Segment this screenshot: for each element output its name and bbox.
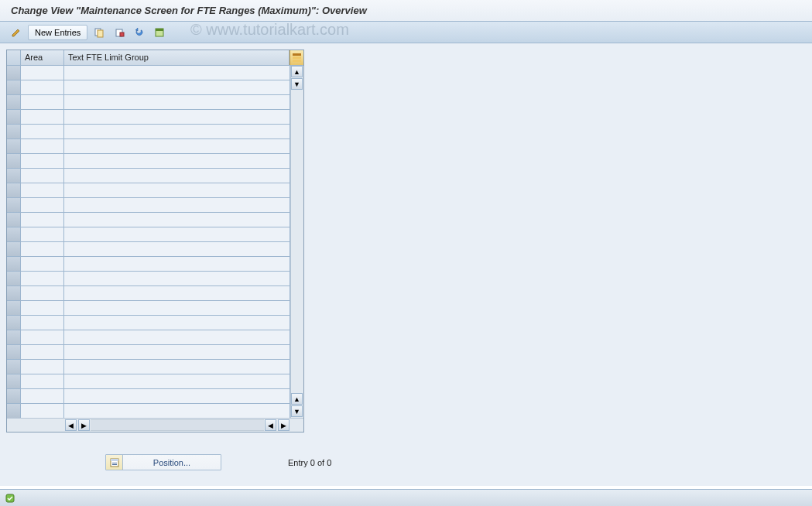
- status-bar: [0, 489, 812, 506]
- undo-icon[interactable]: [131, 25, 148, 40]
- row-selector[interactable]: [7, 110, 21, 124]
- cell-area[interactable]: [21, 198, 64, 212]
- hscroll-track[interactable]: [91, 419, 264, 431]
- cell-area[interactable]: [21, 404, 64, 418]
- row-selector[interactable]: [7, 80, 21, 94]
- horizontal-scrollbar[interactable]: ◀ ▶ ◀ ▶: [7, 418, 303, 432]
- cell-area[interactable]: [21, 272, 64, 285]
- cell-area[interactable]: [21, 360, 64, 374]
- row-selector[interactable]: [7, 316, 21, 330]
- cell-area[interactable]: [21, 389, 64, 403]
- row-selector[interactable]: [7, 374, 21, 388]
- row-selector[interactable]: [7, 139, 21, 153]
- cell-text-fte[interactable]: [64, 404, 290, 418]
- scroll-up-icon[interactable]: ▲: [291, 66, 303, 77]
- cell-area[interactable]: [21, 80, 64, 94]
- cell-area[interactable]: [21, 139, 64, 153]
- scroll-last-icon[interactable]: ▶: [278, 419, 290, 431]
- delete-icon[interactable]: [111, 25, 128, 40]
- edit-icon[interactable]: [8, 25, 25, 40]
- toolbar: New Entries © www.tutorialkart.com: [0, 22, 812, 43]
- vertical-scrollbar[interactable]: ▲ ▼ ▲ ▼: [290, 66, 303, 418]
- scroll-right-icon[interactable]: ◀: [265, 419, 276, 431]
- cell-area[interactable]: [21, 213, 64, 227]
- cell-text-fte[interactable]: [64, 198, 290, 212]
- cell-text-fte[interactable]: [64, 257, 290, 271]
- cell-area[interactable]: [21, 154, 64, 168]
- cell-text-fte[interactable]: [64, 227, 290, 241]
- select-all-rows[interactable]: [7, 50, 21, 65]
- table-row: [7, 374, 290, 389]
- scroll-first-icon[interactable]: ◀: [65, 419, 77, 431]
- table-settings-icon[interactable]: [290, 50, 303, 65]
- row-selector[interactable]: [7, 286, 21, 300]
- scroll-left-icon[interactable]: ▶: [78, 419, 90, 431]
- row-selector[interactable]: [7, 66, 21, 80]
- cell-text-fte[interactable]: [64, 330, 290, 344]
- row-selector[interactable]: [7, 169, 21, 183]
- cell-area[interactable]: [21, 286, 64, 300]
- column-header-area[interactable]: Area: [21, 50, 64, 65]
- row-selector[interactable]: [7, 345, 21, 359]
- cell-text-fte[interactable]: [64, 360, 290, 374]
- cell-text-fte[interactable]: [64, 272, 290, 285]
- cell-area[interactable]: [21, 227, 64, 241]
- cell-text-fte[interactable]: [64, 374, 290, 388]
- cell-area[interactable]: [21, 242, 64, 256]
- cell-text-fte[interactable]: [64, 389, 290, 403]
- row-selector[interactable]: [7, 404, 21, 418]
- cell-text-fte[interactable]: [64, 125, 290, 138]
- cell-text-fte[interactable]: [64, 301, 290, 315]
- row-selector[interactable]: [7, 389, 21, 403]
- cell-area[interactable]: [21, 125, 64, 138]
- new-entries-button[interactable]: New Entries: [28, 25, 87, 40]
- cell-text-fte[interactable]: [64, 183, 290, 197]
- row-selector[interactable]: [7, 330, 21, 344]
- cell-text-fte[interactable]: [64, 66, 290, 80]
- svg-rect-10: [111, 459, 118, 461]
- cell-area[interactable]: [21, 330, 64, 344]
- cell-area[interactable]: [21, 374, 64, 388]
- copy-icon[interactable]: [91, 25, 108, 40]
- cell-area[interactable]: [21, 257, 64, 271]
- cell-text-fte[interactable]: [64, 286, 290, 300]
- cell-text-fte[interactable]: [64, 242, 290, 256]
- row-selector[interactable]: [7, 183, 21, 197]
- cell-text-fte[interactable]: [64, 213, 290, 227]
- row-selector[interactable]: [7, 301, 21, 315]
- row-selector[interactable]: [7, 125, 21, 138]
- cell-area[interactable]: [21, 66, 64, 80]
- footer-row: Position... Entry 0 of 0: [6, 454, 806, 470]
- row-selector[interactable]: [7, 95, 21, 109]
- scroll-down-step-icon[interactable]: ▼: [291, 78, 303, 90]
- cell-area[interactable]: [21, 95, 64, 109]
- cell-text-fte[interactable]: [64, 345, 290, 359]
- row-selector[interactable]: [7, 272, 21, 285]
- row-selector[interactable]: [7, 198, 21, 212]
- scroll-up-step-icon[interactable]: ▲: [291, 393, 303, 405]
- row-selector[interactable]: [7, 257, 21, 271]
- cell-text-fte[interactable]: [64, 80, 290, 94]
- cell-text-fte[interactable]: [64, 110, 290, 124]
- row-selector[interactable]: [7, 242, 21, 256]
- position-label: Position...: [123, 458, 221, 467]
- cell-area[interactable]: [21, 301, 64, 315]
- cell-area[interactable]: [21, 110, 64, 124]
- select-all-icon[interactable]: [151, 25, 168, 40]
- cell-text-fte[interactable]: [64, 169, 290, 183]
- row-selector[interactable]: [7, 154, 21, 168]
- row-selector[interactable]: [7, 213, 21, 227]
- row-selector[interactable]: [7, 360, 21, 374]
- cell-text-fte[interactable]: [64, 316, 290, 330]
- position-button[interactable]: Position...: [105, 454, 221, 470]
- cell-text-fte[interactable]: [64, 154, 290, 168]
- cell-area[interactable]: [21, 183, 64, 197]
- column-header-text-fte[interactable]: Text FTE Limit Group: [64, 50, 290, 65]
- cell-text-fte[interactable]: [64, 95, 290, 109]
- cell-text-fte[interactable]: [64, 139, 290, 153]
- row-selector[interactable]: [7, 227, 21, 241]
- scroll-down-icon[interactable]: ▼: [291, 405, 303, 417]
- cell-area[interactable]: [21, 169, 64, 183]
- cell-area[interactable]: [21, 345, 64, 359]
- cell-area[interactable]: [21, 316, 64, 330]
